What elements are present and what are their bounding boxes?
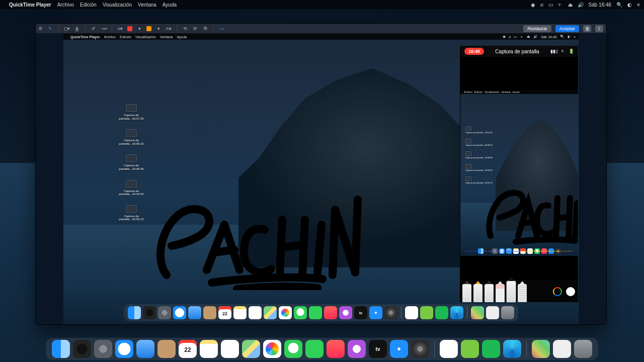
eject-icon[interactable]: ⏏ — [568, 2, 573, 8]
dock-facetime-icon[interactable] — [309, 306, 322, 319]
dock-podcasts-icon[interactable] — [339, 306, 352, 319]
desktop-file-2[interactable]: Captura de pantalla...18.58.23 — [119, 129, 143, 145]
outer-dock-stack-2-icon[interactable] — [553, 340, 571, 358]
outer-dock-maps-icon[interactable] — [242, 340, 260, 358]
eraser-tool[interactable] — [496, 284, 505, 302]
sign-tool-icon[interactable]: ꩠ▾ — [101, 26, 107, 32]
color-picker-icon[interactable] — [553, 287, 562, 296]
dock-camtasia-icon[interactable] — [420, 306, 433, 319]
rotate-left-icon[interactable]: ⟲ — [182, 26, 188, 32]
pen-tool-icon[interactable]: ✎ — [47, 26, 53, 32]
dock-appstore-icon[interactable] — [369, 306, 382, 319]
screenshot-canvas[interactable]: QuickTime Player Archivo Edición Visuali… — [36, 34, 606, 324]
desktop-file-4[interactable]: Captura de pantalla...18.59.02 — [119, 180, 143, 196]
dock-tv-icon[interactable]: tv — [354, 306, 367, 319]
outer-dock-mic-icon[interactable] — [440, 340, 458, 358]
dock-finder-icon[interactable] — [128, 306, 141, 319]
record-indicator-icon[interactable]: ◉ — [531, 2, 535, 8]
notification-center-icon[interactable]: ≡ — [637, 2, 640, 8]
dock-stack-2-icon[interactable] — [486, 306, 499, 319]
outer-dock-edge-icon[interactable] — [503, 340, 521, 358]
ipad-mirror-canvas[interactable]: ArchivoEdición VisualizaciónVentana Ayud… — [460, 90, 578, 256]
dock-mic-icon[interactable] — [405, 306, 418, 319]
menu-item-archivo[interactable]: Archivo — [57, 2, 74, 8]
desktop-file-1[interactable]: Captura de pantalla...18.57.55 — [119, 104, 143, 120]
fill-color-swatch[interactable] — [146, 26, 151, 31]
pen-tool-selected[interactable] — [507, 281, 516, 302]
text-tool-icon[interactable]: A̲ — [74, 26, 80, 32]
outer-dock-facetime-icon[interactable] — [305, 340, 324, 358]
annotate-ipad-icon[interactable]: ▭ — [219, 26, 225, 32]
spotlight-icon[interactable]: 🔍 — [616, 2, 622, 8]
outer-dock-reminders-icon[interactable] — [221, 340, 239, 358]
menu-item-ventana[interactable]: Ventana — [138, 2, 156, 8]
dock-safari-icon[interactable] — [173, 306, 186, 319]
line-weight-icon[interactable]: ≡▾ — [117, 26, 123, 32]
outer-dock-camtasia-icon[interactable] — [461, 340, 479, 358]
display-icon[interactable]: ▭ — [548, 2, 553, 8]
dock-notes-icon[interactable] — [233, 306, 247, 319]
menu-item-ayuda[interactable]: Ayuda — [163, 2, 177, 8]
highlight-tool-icon[interactable]: ✐ — [91, 26, 97, 32]
outer-dock-calendar-icon[interactable] — [179, 340, 197, 358]
outer-dock-photos-icon[interactable] — [263, 340, 281, 358]
siri-menu-icon[interactable]: ◐ — [627, 2, 632, 8]
dock-launchpad-icon[interactable] — [158, 306, 171, 319]
dock-music-icon[interactable] — [324, 306, 337, 319]
shapes-tool-icon[interactable]: ◻▾ — [64, 26, 70, 32]
dock-spotify-icon[interactable] — [435, 306, 448, 319]
trash-button[interactable]: 🗑 — [583, 25, 591, 32]
menu-clock[interactable]: Sáb 16:46 — [589, 2, 612, 8]
current-color-swatch[interactable] — [566, 287, 575, 296]
dock-calendar-icon[interactable] — [218, 306, 231, 319]
outer-dock-notes-icon[interactable] — [200, 340, 218, 358]
volume-icon[interactable]: 🔊 — [578, 2, 584, 8]
dock-contacts-icon[interactable] — [203, 306, 216, 319]
dock-stack-1-icon[interactable] — [471, 306, 484, 319]
pen-tool-2[interactable] — [473, 284, 482, 302]
wifi-icon[interactable]: ᯤ — [558, 2, 563, 8]
menu-item-edicion[interactable]: Edición — [80, 2, 97, 8]
ruler-tool[interactable] — [518, 284, 527, 302]
outer-dock-finder-icon[interactable] — [52, 340, 70, 358]
outer-dock-settings-icon[interactable] — [411, 340, 429, 358]
outer-dock-messages-icon[interactable] — [284, 340, 302, 358]
outer-dock-siri-icon[interactable] — [73, 340, 91, 358]
accept-button[interactable]: Aceptar — [555, 25, 579, 32]
dock-maps-icon[interactable] — [264, 306, 277, 319]
outer-dock-appstore-icon[interactable] — [390, 340, 408, 358]
dock-photos-icon[interactable] — [279, 306, 292, 319]
outer-dock-launchpad-icon[interactable] — [94, 340, 112, 358]
outer-dock-podcasts-icon[interactable] — [348, 340, 366, 358]
outer-dock-stack-1-icon[interactable] — [532, 340, 550, 358]
outer-dock-mail-icon[interactable] — [136, 340, 154, 358]
ipad-annotation-panel: 16:46 Captura de pantalla ▮▮▯ ᯤ 🔋 Archiv… — [460, 46, 578, 302]
dock-trash-icon[interactable] — [501, 306, 514, 319]
outer-dock-trash-icon[interactable] — [574, 340, 592, 358]
window-close-button[interactable] — [39, 27, 42, 30]
restore-button[interactable]: Restaurar — [523, 25, 551, 32]
outer-dock-spotify-icon[interactable] — [482, 340, 500, 358]
dock-settings-icon[interactable] — [384, 306, 397, 319]
rotate-right-icon[interactable]: ⟳ — [192, 26, 198, 32]
text-style-icon[interactable]: A▾ — [166, 26, 172, 32]
dock-edge-icon[interactable] — [450, 306, 463, 319]
crop-tool-icon[interactable]: ⧉ — [202, 26, 208, 32]
outer-dock-contacts-icon[interactable] — [157, 340, 176, 358]
desktop-file-3[interactable]: Captura de pantalla...18.58.36 — [119, 154, 143, 170]
dock-reminders-icon[interactable] — [249, 306, 262, 319]
menu-app-name[interactable]: QuickTime Player — [9, 2, 51, 8]
dock-messages-icon[interactable] — [294, 306, 307, 319]
stroke-color-swatch[interactable] — [127, 26, 132, 31]
outer-dock-safari-icon[interactable] — [115, 340, 133, 358]
menu-item-visualizacion[interactable]: Visualización — [103, 2, 132, 8]
desktop-file-5[interactable]: Captura de pantalla...18.59.15 — [119, 205, 143, 221]
pen-tool-3[interactable] — [485, 284, 494, 302]
dock-mail-icon[interactable] — [188, 306, 201, 319]
dock-siri-icon[interactable] — [143, 306, 156, 319]
outer-dock-music-icon[interactable] — [327, 340, 345, 358]
share-button[interactable]: ⇪ — [595, 25, 603, 32]
outer-dock-tv-icon[interactable]: tv — [369, 340, 387, 358]
airplay-icon[interactable]: ⎚ — [540, 2, 543, 8]
pen-tool-1[interactable] — [462, 284, 471, 302]
